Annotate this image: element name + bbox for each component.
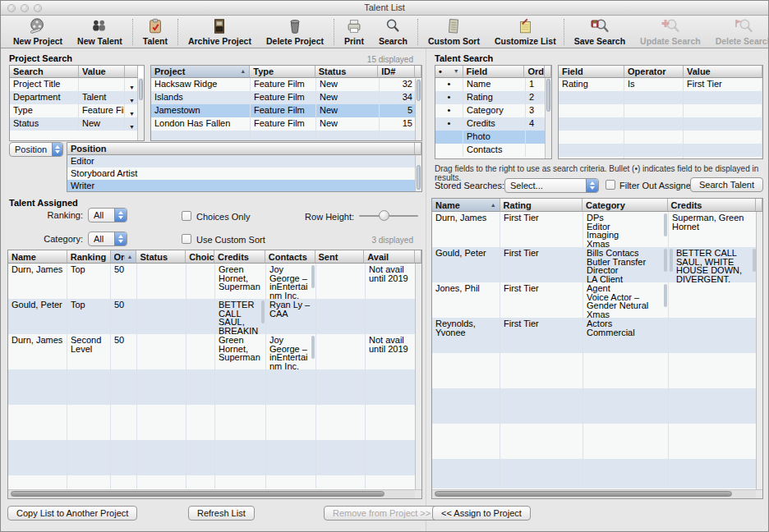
customize-list-button[interactable]: Customize List xyxy=(487,16,564,48)
horizontal-scrollbar[interactable] xyxy=(8,489,415,498)
column-header-credits[interactable]: Credits xyxy=(214,250,265,264)
position-selector[interactable]: Position xyxy=(9,142,63,157)
print-button[interactable]: Print xyxy=(337,16,371,48)
scrollbar[interactable] xyxy=(415,264,421,498)
search-button[interactable]: Search xyxy=(371,16,415,48)
chevron-down-icon[interactable]: ▼ xyxy=(129,121,135,131)
new-project-button[interactable]: New Project xyxy=(6,16,70,48)
project-row[interactable]: London Has Fallen Feature Film New 15 xyxy=(151,117,421,131)
choices-only-checkbox[interactable] xyxy=(182,211,191,221)
cell-scrollbar[interactable] xyxy=(261,300,265,323)
field-row[interactable]: • Rating 2 xyxy=(435,91,551,104)
scrollbar[interactable] xyxy=(415,155,421,191)
column-header-search[interactable]: Search xyxy=(10,66,79,78)
column-header-status[interactable]: Status xyxy=(136,250,186,264)
position-row-selected[interactable]: Writer xyxy=(67,180,421,192)
assign-to-project-button[interactable]: << Assign to Project xyxy=(432,506,531,521)
chevron-down-icon[interactable]: ▼ xyxy=(129,94,135,104)
column-header-value[interactable]: Value xyxy=(79,66,125,78)
delete-project-button[interactable]: Delete Project xyxy=(259,16,331,48)
column-header-contacts[interactable]: Contacts xyxy=(265,250,315,264)
column-header-status[interactable]: Status xyxy=(315,66,379,78)
delete-search-button[interactable]: Delete Search xyxy=(708,16,769,48)
cell-scrollbar[interactable] xyxy=(664,213,667,236)
scrollbar[interactable] xyxy=(545,78,551,158)
column-header-avail[interactable]: Avail xyxy=(364,250,415,264)
ranking-select[interactable]: All xyxy=(88,208,127,222)
talent-row[interactable]: Jones, Phil First Tier Agent Voice Actor… xyxy=(432,282,762,318)
cell-scrollbar[interactable] xyxy=(670,249,673,272)
column-header-field[interactable]: Field xyxy=(463,66,525,78)
remove-from-project-button[interactable]: Remove from Project >> xyxy=(324,506,440,521)
column-header-project[interactable]: Project▲ xyxy=(151,66,250,78)
category-select[interactable]: All xyxy=(88,232,127,246)
column-header-order[interactable]: Order xyxy=(524,66,545,78)
field-row[interactable]: • Credits 4 xyxy=(435,117,551,131)
row-height-slider[interactable] xyxy=(359,210,418,222)
column-header-rating[interactable]: Rating xyxy=(500,199,583,212)
criteria-row[interactable]: Status New ▼ xyxy=(10,117,144,131)
talent-row[interactable]: Reynolds, Yvonee First Tier Actors Comme… xyxy=(432,318,762,353)
column-header-position[interactable]: Position xyxy=(67,143,415,155)
column-header-type[interactable]: Type xyxy=(250,66,315,78)
custom-sort-button[interactable]: Custom Sort xyxy=(421,16,487,48)
criteria-row[interactable]: Project Title ▼ xyxy=(10,78,144,91)
column-header-name[interactable]: Name▲ xyxy=(432,199,500,212)
project-row[interactable]: Hacksaw Ridge Feature Film New 32 xyxy=(151,78,421,91)
scrollbar[interactable] xyxy=(137,78,144,140)
stored-searches-select[interactable]: Select... xyxy=(504,178,599,193)
slider-thumb[interactable] xyxy=(379,210,389,221)
column-header-operator[interactable]: Operator xyxy=(624,66,684,78)
column-header-ranking[interactable]: Ranking xyxy=(67,250,111,264)
toolbar-separator xyxy=(334,19,334,45)
scrollbar[interactable] xyxy=(415,79,421,140)
column-header-field[interactable]: Field xyxy=(559,66,624,78)
project-row[interactable]: Islands Feature Film New 34 xyxy=(151,91,421,104)
cell-scrollbar[interactable] xyxy=(664,284,667,307)
document-icon xyxy=(444,17,463,35)
use-custom-sort-checkbox[interactable] xyxy=(182,234,191,244)
criteria-row[interactable]: Type Feature Film ▼ xyxy=(10,104,144,117)
field-row[interactable]: Contacts xyxy=(435,144,551,157)
update-search-button[interactable]: Update Search xyxy=(633,16,708,48)
chevron-down-icon[interactable]: ▼ xyxy=(129,81,135,91)
assigned-row[interactable]: Gould, Peter Top 50 BETTER CALL SAUL, BR… xyxy=(8,299,421,334)
column-header-credits[interactable]: Credits xyxy=(668,199,756,212)
column-header-bullet[interactable]: •▼ xyxy=(435,66,463,78)
archive-project-button[interactable]: Archive Project xyxy=(181,16,259,48)
field-row[interactable]: • Name 1 xyxy=(435,78,551,91)
talent-row[interactable]: Durn, James First Tier DPs Editor Imagin… xyxy=(432,212,762,247)
column-header-id[interactable]: ID# xyxy=(378,66,415,78)
filter-out-assigned-checkbox[interactable] xyxy=(606,180,615,190)
column-header-order[interactable]: Order▲ xyxy=(111,250,137,264)
project-row-selected[interactable]: Jamestown Feature Film New 5 xyxy=(151,104,421,117)
position-row[interactable]: Storyboard Artist xyxy=(67,167,421,180)
column-header-choice[interactable]: Choice xyxy=(186,250,214,264)
choices-only-label: Choices Only xyxy=(196,212,250,222)
delete-search-icon xyxy=(733,17,754,35)
field-row-selected[interactable]: Photo xyxy=(435,131,551,144)
new-talent-button[interactable]: New Talent xyxy=(70,16,130,48)
column-header-name[interactable]: Name xyxy=(8,250,67,264)
column-header-value[interactable]: Value xyxy=(684,66,762,78)
talent-row[interactable]: Gould, Peter First Tier Bills Contacs Bu… xyxy=(432,247,762,282)
search-talent-button[interactable]: Search Talent xyxy=(690,177,763,192)
field-row[interactable]: • Category 3 xyxy=(435,104,551,117)
copy-list-button[interactable]: Copy List to Another Project xyxy=(7,506,137,521)
criteria-row[interactable]: Department Talent ▼ xyxy=(10,91,144,104)
chevron-down-icon[interactable]: ▼ xyxy=(129,108,135,117)
position-row[interactable]: Editor xyxy=(67,155,421,167)
scrollbar[interactable] xyxy=(756,212,762,498)
cell-scrollbar[interactable] xyxy=(311,336,315,359)
horizontal-scrollbar[interactable] xyxy=(432,489,756,498)
column-header-sent[interactable]: Sent xyxy=(315,250,365,264)
refresh-list-button[interactable]: Refresh List xyxy=(188,506,255,521)
cell-scrollbar[interactable] xyxy=(311,265,315,288)
save-search-button[interactable]: Save Search xyxy=(567,16,633,48)
assigned-row[interactable]: Durn, James Top 50 Green Hornet, Superma… xyxy=(8,264,421,299)
talent-button[interactable]: Talent xyxy=(136,16,175,48)
cell-scrollbar[interactable] xyxy=(664,249,667,272)
assigned-row[interactable]: Durn, James Second Level 50 Green Hornet… xyxy=(8,334,421,369)
column-header-category[interactable]: Category xyxy=(583,199,667,212)
criteria-row[interactable]: Rating Is First Tier xyxy=(559,78,762,91)
